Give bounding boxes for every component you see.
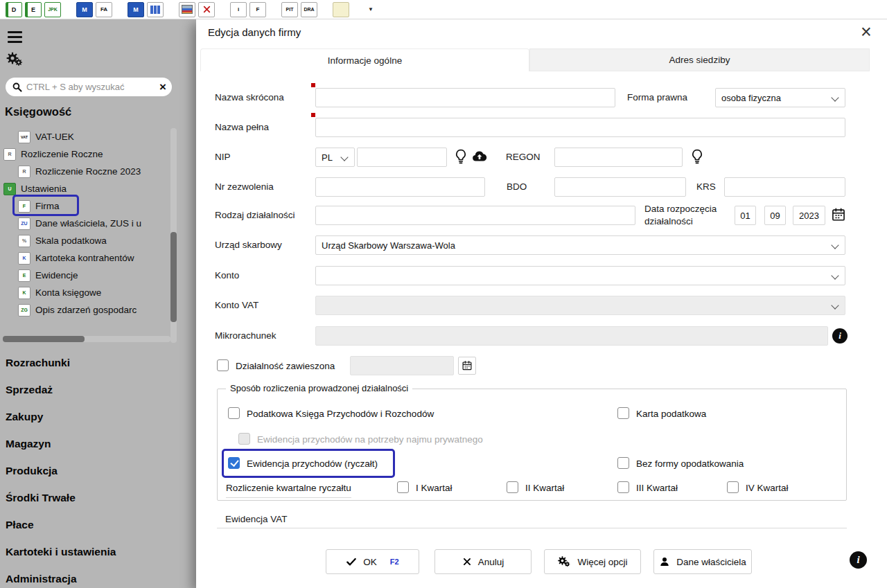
toolbar-icon-jpk[interactable]: JPK <box>44 2 61 17</box>
data-rozpoczecia-year-input[interactable] <box>793 206 825 225</box>
rozliczenie-roczne-icon: R <box>3 148 16 161</box>
search-box[interactable]: × <box>6 78 172 96</box>
zawieszona-calendar-button[interactable] <box>458 357 476 375</box>
karta-podatkowa-checkbox[interactable] <box>617 407 629 419</box>
karta-podatkowa-label: Karta podatkowa <box>636 409 706 419</box>
tree-vertical-scrollbar[interactable] <box>170 232 177 322</box>
tax-scale-icon: % <box>18 235 30 247</box>
toolbar-printer-icon[interactable] <box>179 2 195 17</box>
dzialalnosc-zawieszona-label: Działalność zawieszona <box>236 361 335 371</box>
data-rozpoczecia-calendar-icon[interactable] <box>831 207 846 222</box>
ewidencja-vat-divider <box>217 528 847 528</box>
tree-item-rozliczenie-roczne[interactable]: R Rozliczenie Roczne <box>3 145 169 163</box>
tree-item-rozliczenie-roczne-2023[interactable]: R Rozliczenie Roczne 2023 <box>18 163 169 180</box>
toolbar-icon-dra[interactable]: DRA <box>301 2 317 17</box>
cancel-button[interactable]: Anuluj <box>434 549 532 574</box>
tree-item-kartoteka-kontrahentow[interactable]: K Kartoteka kontrahentów <box>18 249 169 267</box>
nazwa-skrocona-input[interactable] <box>315 88 615 107</box>
kwartal-2-checkbox[interactable] <box>507 481 518 493</box>
toolbar-icon-e[interactable]: E <box>25 2 42 17</box>
nazwa-pelna-label: Nazwa pełna <box>215 122 269 132</box>
bez-formy-checkbox[interactable] <box>617 457 629 469</box>
kpir-checkbox[interactable] <box>228 407 240 419</box>
tree-horizontal-scrollbar[interactable] <box>3 336 85 342</box>
columns-glyph <box>150 6 160 14</box>
bdo-input[interactable] <box>554 177 686 197</box>
toolbar-icon-pit[interactable]: PIT <box>281 2 298 17</box>
toolbar-table-icon[interactable] <box>147 2 164 17</box>
toolbar-icon-d[interactable]: D <box>6 2 22 17</box>
sidebar-item-sprzedaz[interactable]: Sprzedaż <box>6 381 175 399</box>
chevron-down-icon <box>831 241 838 249</box>
nip-country-select[interactable]: PL <box>315 148 355 167</box>
tree-item-ustawienia[interactable]: U Ustawienia <box>3 180 169 197</box>
edit-company-dialog: Edycja danych firmy × Adres siedziby Inf… <box>196 19 887 588</box>
nip-lightbulb-icon[interactable] <box>453 148 469 165</box>
sidebar-item-administracja[interactable]: Administracja <box>6 570 175 588</box>
konto-select[interactable] <box>315 266 845 285</box>
kwartal-3-label: III Kwartał <box>636 483 678 493</box>
toolbar-icon-f-doc[interactable]: F <box>249 2 266 17</box>
dzialalnosc-zawieszona-checkbox[interactable] <box>217 359 229 371</box>
nr-zezwolenia-input[interactable] <box>315 177 485 197</box>
tree-item-dane-wlasciciela[interactable]: ZU Dane właściciela, ZUS i u <box>18 215 169 232</box>
nip-cloud-upload-icon[interactable] <box>471 148 488 165</box>
tree-item-opis-zdarzen[interactable]: ZG Opis zdarzeń gospodarc <box>18 301 169 319</box>
krs-input[interactable] <box>724 177 845 197</box>
kwartal-3-checkbox[interactable] <box>617 481 629 493</box>
toolbar-icon-fa[interactable]: FA <box>96 2 112 17</box>
nip-input[interactable] <box>357 148 447 167</box>
tree-item-skala-podatkowa[interactable]: % Skala podatkowa <box>18 232 169 249</box>
toolbar-more-dropdown[interactable]: ▼ <box>365 2 377 17</box>
data-rozpoczecia-month-input[interactable] <box>764 206 786 225</box>
kwartal-4-checkbox[interactable] <box>727 481 739 493</box>
tab-adres-siedziby[interactable]: Adres siedziby <box>529 48 870 71</box>
accounts-icon: K <box>18 287 30 299</box>
sidebar-item-rozrachunki[interactable]: Rozrachunki <box>6 354 175 372</box>
toolbar-icon-info-doc[interactable]: i <box>230 2 247 17</box>
dialog-info-button[interactable]: i <box>850 551 867 569</box>
krs-label: KRS <box>696 181 716 192</box>
sidebar-item-magazyn[interactable]: Magazyn <box>6 435 175 453</box>
rodzaj-dzialalnosci-input[interactable] <box>315 206 635 225</box>
tree-item-vat-uek[interactable]: VAT VAT-UEK <box>18 128 169 145</box>
ewidencja-vat-label: Ewidencja VAT <box>225 514 288 524</box>
konto-vat-select[interactable] <box>315 296 845 315</box>
ok-shortcut-badge: F2 <box>390 558 399 566</box>
tree-item-ewidencje[interactable]: E Ewidencje <box>18 267 169 284</box>
mikrorachunek-info-icon[interactable]: i <box>832 328 848 344</box>
toolbar-delete-icon[interactable] <box>198 2 215 17</box>
kwartal-1-checkbox[interactable] <box>397 481 409 493</box>
sidebar-item-zakupy[interactable]: Zakupy <box>6 408 175 426</box>
forma-prawna-select[interactable]: osoba fizyczna <box>715 88 845 107</box>
settings-gear-icon[interactable] <box>6 51 25 69</box>
clear-search-icon[interactable]: × <box>159 81 166 93</box>
toolbar-note-icon[interactable] <box>333 2 349 17</box>
search-input[interactable] <box>26 82 159 92</box>
toolbar-icon-m1[interactable]: M <box>76 2 93 17</box>
close-icon[interactable]: × <box>855 21 877 43</box>
owner-data-button[interactable]: Dane właściciela <box>653 549 752 574</box>
dzialalnosc-zawieszona-date-input[interactable] <box>350 356 454 375</box>
tree-item-konta-ksiegowe[interactable]: K Konta księgowe <box>18 284 169 301</box>
tab-informacje-ogolne[interactable]: Informacje ogólne <box>200 48 529 71</box>
sidebar-item-kartoteki-i-ustawienia[interactable]: Kartoteki i ustawienia <box>6 543 175 561</box>
ok-button[interactable]: OK F2 <box>326 549 419 574</box>
najem-checkbox <box>238 433 250 445</box>
data-rozpoczecia-day-input[interactable] <box>735 206 756 225</box>
gear-icon <box>557 555 571 568</box>
nazwa-pelna-input[interactable] <box>315 118 845 137</box>
sidebar-item-srodki-trwale[interactable]: Środki Trwałe <box>6 489 175 507</box>
tree-item-firma[interactable]: F Firma <box>18 197 169 215</box>
regon-input[interactable] <box>554 148 683 167</box>
mikrorachunek-input[interactable] <box>315 326 828 346</box>
firma-icon: F <box>18 200 30 213</box>
sidebar-item-produkcja[interactable]: Produkcja <box>6 462 175 480</box>
urzad-skarbowy-select[interactable]: Urząd Skarbowy Warszawa-Wola <box>315 235 845 255</box>
regon-lightbulb-icon[interactable] <box>689 148 705 165</box>
menu-hamburger-icon[interactable] <box>8 31 23 43</box>
more-options-button[interactable]: Więcej opcji <box>544 549 641 574</box>
ryczalt-checkbox[interactable] <box>228 457 240 469</box>
toolbar-icon-m2[interactable]: M <box>128 2 144 17</box>
sidebar-item-place[interactable]: Płace <box>6 516 175 534</box>
